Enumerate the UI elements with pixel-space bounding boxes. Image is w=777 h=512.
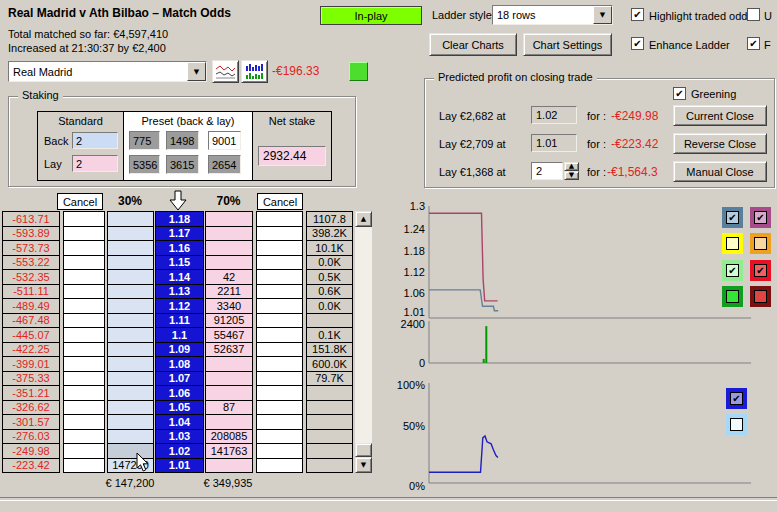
ladder-cell-lay-order[interactable] [257,401,302,416]
ladder-cell-back-order[interactable] [64,328,104,343]
toggle-light-green[interactable]: ✔ [722,260,743,281]
toggle-light-green-box[interactable]: ✔ [726,264,739,277]
toggle-dark-red[interactable] [750,286,771,307]
toggle-light-blue[interactable] [726,414,747,435]
highlight-traded-odds-checkbox[interactable]: ✔ [631,8,644,21]
preset-stake-button-5[interactable]: 3615 [166,155,199,174]
ladder-cell-back-order[interactable] [64,372,104,387]
ladder-cell-lay-order[interactable] [257,212,302,227]
back-stake-input[interactable]: 2 [72,132,118,149]
cancel-back-orders-button[interactable]: Cancel [57,193,103,210]
ladder-cell-back[interactable] [108,314,153,329]
ladder-cell-lay[interactable]: 87 [206,401,252,416]
clear-charts-button[interactable]: Clear Charts [429,33,517,56]
ladder-cell-back[interactable] [108,415,153,430]
cut-off-checkbox-bottom[interactable]: ✔ [747,37,760,50]
ladder-cell-back-order[interactable] [64,314,104,329]
ladder-cell-back[interactable]: 147200 [108,459,153,473]
enhance-ladder-checkbox[interactable]: ✔ [631,37,644,50]
toggle-dark-blue-box[interactable]: ✔ [730,392,743,405]
ladder-cell-lay-order[interactable] [257,386,302,401]
toggle-steel-blue[interactable]: ✔ [722,207,743,228]
ladder-cell-back[interactable] [108,328,153,343]
ladder-cell-lay[interactable] [206,227,252,242]
ladder-cell-lay-order[interactable] [257,299,302,314]
ladder-cell-lay-order[interactable] [257,285,302,300]
ladder-cell-lay-order[interactable] [257,430,302,445]
manual-close-button[interactable]: Manual Close [673,161,767,182]
ladder-cell-back[interactable] [108,401,153,416]
scrollbar-thumb[interactable] [355,443,372,457]
ladder-cell-lay[interactable] [206,256,252,271]
toggle-orange[interactable] [750,233,771,254]
preset-stake-button-2[interactable]: 1498 [166,131,199,150]
ladder-cell-back-order[interactable] [64,459,104,473]
ladder-cell-back-order[interactable] [64,270,104,285]
scroll-up-icon[interactable]: ▲ [355,211,372,227]
ladder-cell-lay[interactable] [206,357,252,372]
reverse-close-button[interactable]: Reverse Close [673,133,767,154]
toggle-light-blue-box[interactable] [730,418,743,431]
ladder-cell-lay[interactable]: 2211 [206,285,252,300]
scroll-down-icon[interactable]: ▼ [355,457,372,473]
ladder-cell-back-order[interactable] [64,227,104,242]
ladder-cell-lay[interactable] [206,386,252,401]
ladder-cell-back-order[interactable] [64,415,104,430]
spinner-down-icon[interactable]: ▼ [564,171,579,180]
ladder-cell-back-order[interactable] [64,430,104,445]
ladder-cell-back[interactable] [108,343,153,358]
ladder-cell-back-order[interactable] [64,285,104,300]
toggle-magenta-box[interactable]: ✔ [754,211,767,224]
ladder-cell-lay[interactable] [206,415,252,430]
ladder-cell-lay-order[interactable] [257,227,302,242]
ladder-cell-back-order[interactable] [64,212,104,227]
cut-off-checkbox-top[interactable] [747,8,760,21]
ladder-cell-lay-order[interactable] [257,256,302,271]
ladder-cell-back[interactable] [108,372,153,387]
ladder-cell-back-order[interactable] [64,444,104,459]
status-indicator-square[interactable] [349,62,368,81]
cancel-lay-orders-button[interactable]: Cancel [257,193,303,210]
ladder-cell-lay-order[interactable] [257,270,302,285]
preset-stake-button-6[interactable]: 2654 [208,155,241,174]
ladder-cell-back-order[interactable] [64,386,104,401]
ladder-cell-back[interactable] [108,444,153,459]
toggle-orange-box[interactable] [754,237,767,250]
ladder-cell-back-order[interactable] [64,343,104,358]
ladder-cell-back-order[interactable] [64,256,104,271]
chart-settings-button[interactable]: Chart Settings [523,33,612,56]
toggle-dark-blue[interactable]: ✔ [726,388,747,409]
ladder-cell-back[interactable] [108,241,153,256]
spinner-up-icon[interactable]: ▲ [564,162,579,171]
preset-stake-button-4[interactable]: 5356 [129,155,160,174]
ladder-cell-back[interactable] [108,299,153,314]
chevron-down-icon[interactable]: ▼ [187,62,206,81]
ladder-cell-back[interactable] [108,357,153,372]
toggle-yellow[interactable] [722,233,743,254]
ladder-cell-lay-order[interactable] [257,357,302,372]
ladder-cell-lay[interactable]: 91205 [206,314,252,329]
ladder-scrollbar[interactable]: ▲ ▼ [355,211,372,473]
ladder-cell-lay-order[interactable] [257,314,302,329]
preset-stake-button-3[interactable]: 9001 [208,131,241,150]
toggle-yellow-box[interactable] [726,237,739,250]
ladder-cell-back-order[interactable] [64,299,104,314]
manual-close-odds-input[interactable]: 2 [531,162,563,180]
volume-chart-button[interactable] [241,60,268,83]
ladder-cell-lay-order[interactable] [257,459,302,473]
ladder-cell-lay[interactable] [206,372,252,387]
ladder-cell-back[interactable] [108,285,153,300]
ladder-cell-back[interactable] [108,386,153,401]
ladder-cell-lay[interactable]: 42 [206,270,252,285]
ladder-cell-lay[interactable] [206,241,252,256]
ladder-cell-lay-order[interactable] [257,241,302,256]
ladder-cell-back[interactable] [108,430,153,445]
ladder-cell-back-order[interactable] [64,401,104,416]
ladder-cell-lay[interactable] [206,212,252,227]
ladder-cell-lay[interactable] [206,459,252,473]
current-close-button[interactable]: Current Close [673,105,767,126]
price-chart-button[interactable] [212,60,239,83]
ladder-cell-back[interactable] [108,270,153,285]
ladder-cell-lay[interactable]: 3340 [206,299,252,314]
ladder-cell-lay-order[interactable] [257,415,302,430]
